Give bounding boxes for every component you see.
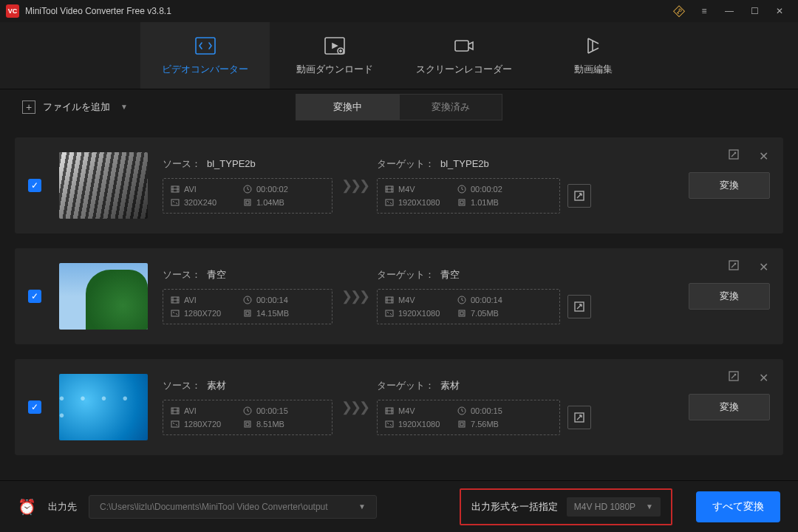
minimize-icon: — — [725, 6, 734, 16]
target-label: ターゲット： — [377, 158, 434, 169]
remove-item-button[interactable]: ✕ — [759, 260, 768, 274]
upgrade-button[interactable]: ⚿ — [666, 0, 692, 22]
item-checkbox[interactable]: ✓ — [28, 179, 41, 192]
target-settings-button[interactable] — [567, 406, 591, 429]
tab-editor[interactable]: 動画編集 — [528, 22, 658, 89]
svg-rect-7 — [245, 200, 250, 205]
target-settings-button[interactable] — [567, 184, 591, 208]
source-duration: 00:00:14 — [243, 296, 302, 304]
thumbnail[interactable] — [59, 152, 148, 219]
remove-item-button[interactable]: ✕ — [759, 149, 768, 163]
source-label: ソース： — [163, 380, 201, 391]
edit-item-button[interactable] — [729, 149, 739, 160]
source-resolution: 320X240 — [171, 198, 230, 207]
svg-rect-12 — [459, 200, 465, 205]
output-path-value: C:\Users\lizlu\Documents\MiniTool Video … — [100, 502, 328, 512]
target-label: ターゲット： — [377, 380, 434, 391]
minimize-button[interactable]: — — [717, 0, 742, 22]
edit-item-button[interactable] — [729, 260, 739, 270]
download-icon — [324, 35, 346, 57]
add-file-label: ファイルを追加 — [43, 100, 110, 114]
source-label: ソース： — [163, 269, 201, 280]
svg-rect-24 — [459, 310, 465, 316]
batch-format-value: M4V HD 1080P — [574, 502, 635, 512]
svg-rect-31 — [245, 421, 250, 427]
close-icon: ✕ — [776, 6, 783, 16]
source-name: 青空 — [207, 269, 226, 280]
list-item: ✓ソース：青空AVI00:00:141280X72014.15MB❯❯❯ターゲッ… — [15, 248, 783, 344]
svg-rect-37 — [460, 423, 463, 426]
conversion-list: ✓ソース：bl_TYPE2bAVI00:00:02320X2401.04MB❯❯… — [0, 124, 798, 494]
main-tabs: ビデオコンバーター 動画ダウンロード スクリーンレコーダー 動画編集 — [0, 22, 798, 89]
thumbnail[interactable] — [59, 374, 148, 440]
target-name: 素材 — [440, 380, 460, 391]
source-size: 8.51MB — [243, 420, 302, 429]
target-format: M4V — [385, 185, 444, 194]
maximize-icon: ☐ — [751, 6, 759, 16]
target-name: bl_TYPE2b — [440, 158, 489, 169]
svg-rect-23 — [386, 310, 393, 316]
target-col: ターゲット：素材M4V00:00:151920X10807.56MB — [377, 379, 591, 435]
schedule-icon[interactable]: ⏰ — [18, 498, 36, 516]
remove-item-button[interactable]: ✕ — [759, 371, 768, 385]
svg-rect-30 — [171, 421, 179, 427]
app-logo: VC — [6, 4, 19, 18]
item-checkbox[interactable]: ✓ — [28, 400, 41, 414]
convert-all-button[interactable]: すべて変換 — [696, 491, 780, 522]
convert-button[interactable]: 変換 — [689, 283, 770, 310]
footer: ⏰ 出力先 C:\Users\lizlu\Documents\MiniTool … — [0, 480, 798, 532]
target-settings-button[interactable] — [567, 295, 591, 318]
batch-format-box: 出力形式を一括指定 M4V HD 1080P ▼ — [460, 488, 672, 525]
output-path-select[interactable]: C:\Users\lizlu\Documents\MiniTool Video … — [89, 495, 377, 519]
chevron-down-icon: ▼ — [120, 103, 128, 111]
target-format: M4V — [385, 296, 444, 304]
target-resolution: 1920X1080 — [385, 309, 444, 318]
target-resolution: 1920X1080 — [385, 198, 444, 207]
svg-rect-20 — [246, 312, 249, 315]
tab-label: 動画ダウンロード — [296, 63, 373, 76]
batch-format-label: 出力形式を一括指定 — [471, 500, 558, 514]
batch-format-select[interactable]: M4V HD 1080P ▼ — [567, 497, 661, 516]
source-info: AVI00:00:141280X72014.15MB — [163, 289, 332, 324]
target-col: ターゲット：bl_TYPE2bM4V00:00:021920X10801.01M… — [377, 157, 591, 214]
source-info: AVI00:00:02320X2401.04MB — [163, 178, 332, 214]
close-window-button[interactable]: ✕ — [767, 0, 792, 22]
source-resolution: 1280X720 — [171, 309, 230, 318]
svg-rect-32 — [246, 423, 249, 426]
app-title: MiniTool Video Converter Free v3.8.1 — [25, 6, 171, 16]
source-size: 1.04MB — [243, 198, 302, 207]
tab-label: 動画編集 — [574, 63, 613, 76]
source-format: AVI — [171, 185, 230, 194]
status-tab-done[interactable]: 変換済み — [399, 94, 502, 120]
svg-rect-8 — [246, 201, 249, 204]
edit-item-button[interactable] — [729, 371, 739, 381]
item-checkbox[interactable]: ✓ — [28, 290, 41, 303]
tab-download[interactable]: 動画ダウンロード — [270, 22, 399, 89]
output-label: 出力先 — [48, 500, 77, 514]
status-tab-converting[interactable]: 変換中 — [296, 94, 399, 120]
add-file-button[interactable]: + ファイルを追加 ▼ — [15, 96, 135, 118]
arrow-icon: ❯❯❯ — [332, 399, 377, 415]
tab-converter[interactable]: ビデオコンバーター — [140, 22, 270, 89]
menu-button[interactable]: ≡ — [692, 0, 717, 22]
target-info: M4V00:00:141920X10807.05MB — [377, 289, 560, 324]
svg-rect-0 — [196, 38, 215, 54]
thumbnail[interactable] — [59, 263, 148, 330]
source-size: 14.15MB — [243, 309, 302, 318]
recorder-icon — [453, 35, 475, 57]
convert-button[interactable]: 変換 — [689, 172, 770, 199]
target-duration: 00:00:15 — [457, 406, 516, 415]
tab-recorder[interactable]: スクリーンレコーダー — [399, 22, 528, 89]
hamburger-icon: ≡ — [701, 6, 706, 16]
tab-label: スクリーンレコーダー — [416, 63, 512, 76]
target-format: M4V — [385, 406, 444, 415]
tab-label: ビデオコンバーター — [162, 63, 248, 76]
convert-button[interactable]: 変換 — [689, 394, 770, 420]
arrow-icon: ❯❯❯ — [332, 177, 377, 194]
source-info: AVI00:00:151280X7208.51MB — [163, 400, 332, 435]
source-col: ソース：青空AVI00:00:141280X72014.15MB — [163, 268, 332, 324]
maximize-button[interactable]: ☐ — [742, 0, 767, 22]
svg-rect-13 — [460, 201, 463, 204]
editor-icon — [582, 35, 604, 57]
target-label: ターゲット： — [377, 269, 434, 280]
